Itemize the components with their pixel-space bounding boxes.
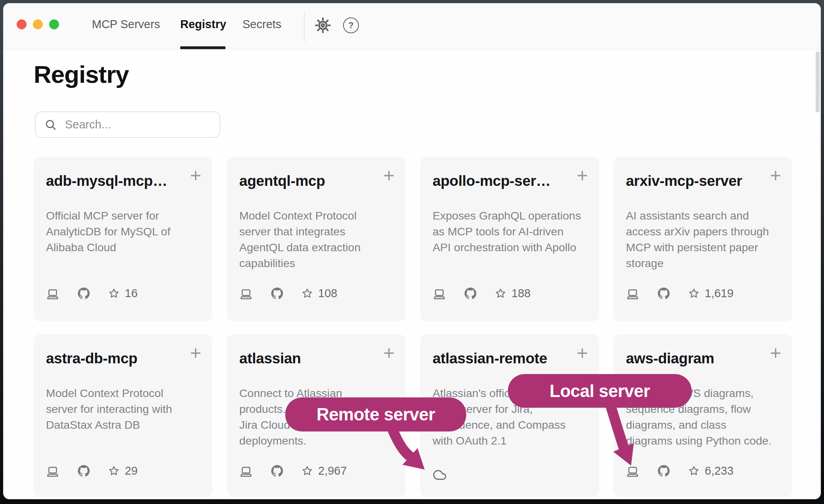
server-card-footer: 108 <box>239 287 337 300</box>
desktop-background: MCP Servers Registry Secrets ? Registry <box>0 0 824 504</box>
server-card-footer <box>433 468 447 481</box>
server-card-footer: 188 <box>433 287 530 300</box>
search-input[interactable] <box>64 118 219 132</box>
registry-page: Registry adb-mysql-mcp… + Official MCP s… <box>3 50 821 499</box>
star-outline-icon <box>688 288 700 299</box>
github-octocat-icon <box>271 287 283 300</box>
star-count: 108 <box>301 287 337 300</box>
add-server-button[interactable]: + <box>190 166 201 185</box>
star-outline-icon <box>688 465 700 477</box>
server-name: agentql-mcp <box>239 173 375 189</box>
server-name: arxiv-mcp-server <box>626 173 761 189</box>
star-count-value: 188 <box>511 287 530 300</box>
tab-registry[interactable]: Registry <box>180 18 226 31</box>
search-box[interactable] <box>35 111 220 138</box>
zoom-window-button[interactable] <box>49 19 59 29</box>
star-count-value: 29 <box>125 464 137 477</box>
app-window: MCP Servers Registry Secrets ? Registry <box>3 3 821 499</box>
github-octocat-icon <box>658 287 670 300</box>
github-octocat-icon <box>78 287 90 300</box>
server-card-aws-diagram[interactable]: aws-diagram + Generate AWS diagrams, seq… <box>614 334 792 497</box>
laptop-icon <box>626 287 639 300</box>
server-card-footer: 29 <box>46 464 137 477</box>
server-card-astra-db-mcp[interactable]: astra-db-mcp + Model Context Protocol se… <box>34 334 212 497</box>
add-server-button[interactable]: + <box>770 166 781 185</box>
server-name: adb-mysql-mcp… <box>46 173 181 189</box>
server-description: Exposes GraphQL operations as MCP tools … <box>433 208 589 255</box>
header-divider <box>304 12 305 42</box>
cloud-icon <box>433 468 447 481</box>
star-outline-icon <box>301 465 313 477</box>
server-name: apollo-mcp-ser… <box>433 173 568 189</box>
gear-icon <box>315 17 331 34</box>
minimize-window-button[interactable] <box>33 19 43 29</box>
laptop-icon <box>626 465 639 477</box>
star-count: 29 <box>108 464 137 477</box>
github-octocat-icon <box>658 465 670 477</box>
server-description: Model Context Protocol server for intera… <box>46 385 203 433</box>
star-count: 16 <box>108 287 137 300</box>
star-count: 188 <box>495 287 530 300</box>
add-server-button[interactable]: + <box>576 166 588 185</box>
star-outline-icon <box>108 465 120 477</box>
star-outline-icon <box>108 288 120 299</box>
star-outline-icon <box>301 288 313 299</box>
star-count-value: 108 <box>318 287 337 300</box>
server-name: astra-db-mcp <box>46 350 181 367</box>
star-count: 1,619 <box>688 287 734 300</box>
remote-server-callout: Remote server <box>285 397 466 431</box>
laptop-icon <box>46 465 59 477</box>
close-window-button[interactable] <box>17 19 27 29</box>
magnifier-icon <box>44 118 57 131</box>
local-server-callout: Local server <box>508 374 692 408</box>
star-count-value: 16 <box>125 287 137 300</box>
server-card-agentql-mcp[interactable]: agentql-mcp + Model Context Protocol ser… <box>227 157 406 321</box>
laptop-icon <box>433 287 446 300</box>
title-bar: MCP Servers Registry Secrets ? <box>3 3 821 50</box>
window-controls <box>17 19 59 29</box>
server-card-footer: 1,619 <box>626 287 734 300</box>
add-server-button[interactable]: + <box>576 343 588 363</box>
server-description: AI assistants search and access arXiv pa… <box>626 208 783 271</box>
star-count: 2,967 <box>301 464 347 477</box>
github-octocat-icon <box>271 465 283 477</box>
tab-mcp-servers[interactable]: MCP Servers <box>92 18 160 31</box>
question-circle-icon: ? <box>343 17 359 33</box>
laptop-icon <box>239 465 253 477</box>
star-count-value: 2,967 <box>318 464 347 477</box>
server-card-arxiv-mcp-server[interactable]: arxiv-mcp-server + AI assistants search … <box>614 157 792 321</box>
server-card-footer: 2,967 <box>239 464 347 477</box>
server-card-footer: 6,233 <box>626 464 734 477</box>
tab-secrets[interactable]: Secrets <box>242 18 281 31</box>
github-octocat-icon <box>464 287 477 300</box>
server-description: Official MCP server for AnalyticDB for M… <box>46 208 203 255</box>
server-card-adb-mysql-mcp[interactable]: adb-mysql-mcp… + Official MCP server for… <box>34 157 212 321</box>
add-server-button[interactable]: + <box>190 343 201 363</box>
page-title: Registry <box>34 61 129 88</box>
server-name: atlassian <box>239 350 375 367</box>
add-server-button[interactable]: + <box>383 166 395 185</box>
server-card-footer: 16 <box>46 287 137 300</box>
star-outline-icon <box>495 288 506 299</box>
laptop-icon <box>239 287 253 300</box>
server-card-apollo-mcp-server[interactable]: apollo-mcp-ser… + Exposes GraphQL operat… <box>420 157 599 321</box>
vertical-scrollbar-thumb[interactable] <box>816 52 820 113</box>
star-count-value: 6,233 <box>705 464 734 477</box>
server-name: atlassian-remote <box>433 350 568 367</box>
server-name: aws-diagram <box>626 350 761 367</box>
active-tab-indicator <box>180 46 225 49</box>
add-server-button[interactable]: + <box>383 343 395 363</box>
server-description: Model Context Protocol server that integ… <box>239 208 396 271</box>
laptop-icon <box>46 287 59 300</box>
star-count: 6,233 <box>688 464 734 477</box>
add-server-button[interactable]: + <box>770 343 781 363</box>
help-button[interactable]: ? <box>343 17 359 34</box>
server-card-grid: adb-mysql-mcp… + Official MCP server for… <box>34 157 792 497</box>
github-octocat-icon <box>78 465 90 477</box>
star-count-value: 1,619 <box>705 287 734 300</box>
settings-button[interactable] <box>315 17 331 34</box>
